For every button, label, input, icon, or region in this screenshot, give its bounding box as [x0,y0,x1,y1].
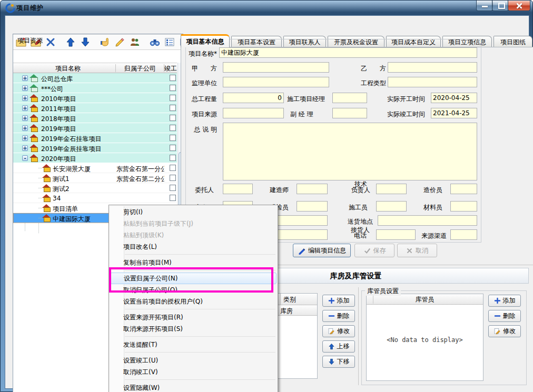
delete-x-icon[interactable] [45,37,56,47]
menu-item-cancel-completed[interactable]: 取消竣工(V) [109,366,278,378]
tree-row[interactable]: 34 [13,193,177,203]
tab-project-basic-info[interactable]: 项目基本信息 [181,34,230,47]
tab-project-drawings[interactable]: 项目图纸 [493,36,532,47]
menu-item-set-hidden[interactable]: 设置隐藏(W) [109,382,278,392]
expander-minus-icon[interactable]: - [22,155,28,161]
delivery-place-input[interactable] [378,215,477,226]
deputy-manager-input[interactable] [332,108,367,118]
project-name-input[interactable] [219,47,477,58]
move-up-icon[interactable] [65,37,76,47]
actual-finish-input[interactable] [431,108,477,118]
warehouse-modify-button[interactable]: 修改 [322,325,355,337]
users-icon[interactable] [130,37,140,47]
column-header-completed[interactable]: 竣工 [164,64,177,73]
menu-item-send-reminder[interactable]: 发送提醒(T) [109,339,278,350]
tree-row[interactable]: - 2020年项目 [13,153,177,163]
menu-item-copy-current-project[interactable]: 复制当前项目(M) [109,257,278,268]
project-type-input[interactable] [388,77,477,87]
tech-lead-input[interactable] [376,184,407,194]
expander-plus-icon[interactable]: + [22,125,28,131]
completed-checkbox[interactable] [170,125,176,131]
tree-row[interactable]: + 2010年项目 [13,93,177,103]
quality-inspector-input[interactable] [297,201,328,212]
tree-item-label: 2020年项目 [41,155,76,164]
keeper-table[interactable]: 库管员 <No data to display> [366,294,483,381]
completed-checkbox[interactable] [170,95,176,101]
tree-row[interactable]: 测试1 东营金石第二分公司 [13,173,177,183]
tree-row[interactable]: 长安湖景大厦 东营金石第一分公司 [13,163,177,173]
completed-checkbox[interactable] [170,75,176,81]
construction-worker-input[interactable] [376,201,407,212]
warehouse-add-button[interactable]: 添加 [322,295,355,307]
edit-project-info-button[interactable]: 编辑项目信息 [293,244,351,257]
total-quantity-input[interactable] [223,93,284,103]
source-channel-input[interactable] [450,229,477,240]
client-input[interactable] [223,184,253,194]
menu-item-cut[interactable]: 剪切(I) [109,206,278,218]
completed-checkbox[interactable] [170,115,176,121]
save-button[interactable]: 保存 [354,244,394,257]
cancel-button[interactable]: 取消 [397,244,437,257]
minimize-button[interactable] [476,1,493,11]
detail-view-icon[interactable] [164,37,175,47]
tree-row[interactable]: + ***公司 [13,83,177,93]
tree-row[interactable]: + 2011年项目 [13,103,177,113]
completed-checkbox[interactable] [170,155,176,161]
receiver-phone-input[interactable] [376,229,416,240]
keeper-add-button[interactable]: 添加 [488,295,521,307]
party-a-input[interactable] [223,62,329,73]
tree-row[interactable]: + 2019年项目 [13,123,177,133]
column-header-name[interactable]: 项目名称 [21,64,115,73]
builder-input[interactable] [297,184,328,194]
expander-plus-icon[interactable]: + [22,135,28,141]
warehouse-remove-button[interactable]: 删除 [322,310,355,322]
category-band-header[interactable]: 类别 [283,295,296,304]
completed-checkbox[interactable] [170,85,176,91]
pencil-eraser-icon[interactable] [115,37,125,47]
warehouse-move-up-button[interactable]: 上移 [322,340,355,353]
expander-plus-icon[interactable]: + [22,145,28,151]
completed-checkbox[interactable] [170,185,176,191]
tree-row[interactable]: + 2019年金辰挂靠项目 [13,143,177,153]
expander-plus-icon[interactable]: + [22,85,28,91]
warehouse-column-header[interactable]: 库房 [280,307,293,316]
tree-row[interactable]: + 2018年项目 [13,113,177,123]
party-b-input[interactable] [388,62,477,73]
cost-estimator-input[interactable] [450,184,477,194]
close-button[interactable] [508,1,530,11]
supervisor-input[interactable] [223,77,329,87]
menu-item-set-completed[interactable]: 设置竣工(U) [109,355,278,366]
completed-checkbox[interactable] [170,175,176,181]
completed-checkbox[interactable] [170,145,176,151]
completed-checkbox[interactable] [170,105,176,111]
material-clerk-input[interactable] [450,201,477,212]
menu-item-rename-project[interactable]: 项目改名(L) [109,241,278,253]
tree-row[interactable]: 测试2 [13,183,177,193]
house-icon [29,104,38,112]
menu-item-cancel-source-project[interactable]: 取消来源开拓项目(S) [109,323,278,335]
expander-plus-icon[interactable]: + [22,75,28,81]
assign-hand-icon[interactable] [100,37,111,47]
completed-checkbox[interactable] [170,195,176,201]
expander-plus-icon[interactable]: + [22,105,28,111]
keeper-column-header[interactable]: 库管员 [367,294,483,305]
construction-manager-input[interactable] [332,93,367,103]
expander-plus-icon[interactable]: + [22,115,28,121]
tree-row[interactable]: + 2019年金石挂靠项目 [13,133,177,143]
warehouse-move-down-button[interactable]: 下移 [322,356,355,368]
actual-start-input[interactable] [431,93,477,103]
completed-checkbox[interactable] [170,135,176,141]
project-source-input[interactable] [223,108,284,118]
column-header-subsidiary[interactable]: 归属子公司 [116,64,164,73]
keeper-modify-button[interactable]: 修改 [488,325,521,337]
keeper-remove-button[interactable]: 删除 [488,310,521,322]
tree-row[interactable]: + 公司总仓库 [13,73,177,83]
general-note-textarea[interactable] [223,123,477,180]
binoculars-icon[interactable] [150,37,160,47]
expander-plus-icon[interactable]: + [22,95,28,101]
completed-checkbox[interactable] [170,165,176,171]
maximize-button[interactable] [492,1,509,11]
menu-item-set-authorized-users[interactable]: 设置当前项目的授权用户(Q) [109,296,278,307]
menu-item-set-source-project[interactable]: 设置来源开拓项目(R) [109,311,278,323]
move-down-icon[interactable] [80,37,91,47]
